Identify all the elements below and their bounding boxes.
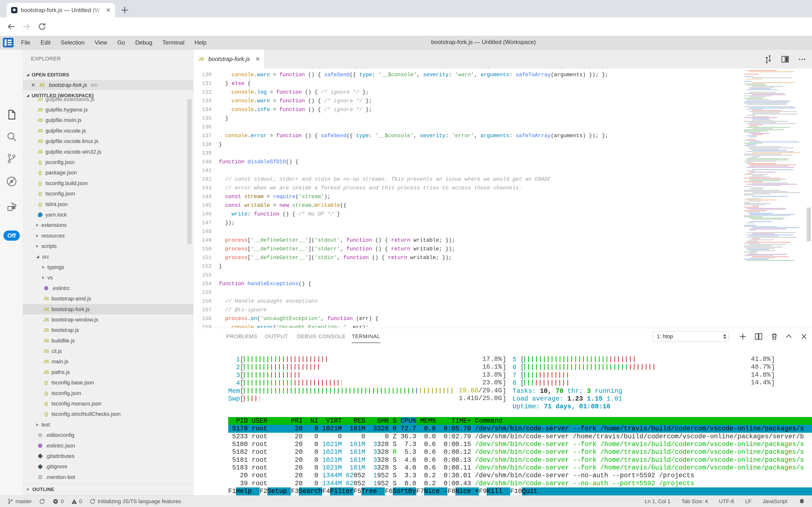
menu-item-file[interactable]: File	[16, 39, 36, 46]
maximize-panel-icon[interactable]	[785, 332, 793, 341]
terminal-htop[interactable]: 1[17.8%]5 [41.8%] 2[16.1%]6 [48.7%] 3[13…	[228, 356, 812, 488]
file-item-gulpfile.hygiene.js[interactable]: JSgulpfile.hygiene.js	[23, 105, 193, 115]
more-actions-icon[interactable]	[798, 55, 806, 64]
panel-tab-problems[interactable]: PROBLEMS	[226, 333, 257, 340]
tab-size[interactable]: Tab Size: 4	[681, 498, 708, 505]
editor-scrollbar[interactable]	[807, 208, 811, 241]
file-item-tslint.json[interactable]: {}tslint.json	[23, 199, 193, 210]
file-item-tsconfig.json[interactable]: {}tsconfig.json	[23, 388, 193, 398]
menu-item-help[interactable]: Help	[190, 39, 211, 46]
explorer-icon[interactable]	[6, 109, 17, 120]
app-logo-icon[interactable]	[3, 38, 13, 47]
htop-table-header[interactable]: PID USER PRI NI VIRT RES SHR S CPU% MEM%…	[228, 417, 812, 425]
file-item-cli.js[interactable]: JScli.js	[23, 346, 193, 356]
code-line-137[interactable]: 137 console.error = function () { safeSe…	[193, 131, 812, 140]
folder-item-scripts[interactable]: scripts	[23, 241, 193, 251]
file-item-gulpfile.vscode.js[interactable]: JSgulpfile.vscode.js	[23, 125, 193, 136]
code-line-151[interactable]: 151 process['__defineGetter__']('stdin',…	[193, 253, 812, 262]
fkey-F8[interactable]: F8	[447, 488, 455, 495]
cursor-position[interactable]: Ln 1, Col 1	[645, 498, 670, 505]
debug-disabled-icon[interactable]	[6, 176, 17, 187]
code-line-130[interactable]: 130 console.warn = function () { safeSen…	[193, 71, 812, 79]
fkey-label[interactable]: Setup	[267, 488, 291, 495]
kill-terminal-icon[interactable]	[770, 332, 778, 341]
errors-item[interactable]: 0	[53, 498, 64, 505]
section-outline[interactable]: OUTLINE	[23, 484, 193, 495]
file-item-.eslintrc.json[interactable]: .eslintrc.json	[23, 441, 193, 451]
htop-process-row[interactable]: 5180 root 20 0 1021M 181M 3328 S 7.3 0.6…	[228, 441, 812, 448]
code-line-141[interactable]: 141	[193, 166, 812, 175]
fkey-label[interactable]: SortBy	[393, 488, 416, 495]
fkey-F10[interactable]: F10	[510, 488, 522, 495]
fkey-label[interactable]: Tree	[361, 488, 385, 495]
fkey-F7[interactable]: F7	[416, 488, 424, 495]
file-item-tsconfig.json[interactable]: {}tsconfig.json	[23, 189, 193, 199]
code-line-138[interactable]: 138}	[193, 140, 812, 149]
folder-item-src[interactable]: src	[23, 251, 193, 262]
panel-tab-debug-console[interactable]: DEBUG CONSOLE	[297, 333, 346, 340]
fkey-label[interactable]: Nice +	[455, 488, 479, 495]
folder-item-extensions[interactable]: extensions	[23, 220, 193, 230]
folder-item-resources[interactable]: resources	[23, 230, 193, 241]
code-line-133[interactable]: 133 console.warn = function () { /* igno…	[193, 97, 812, 106]
code-line-134[interactable]: 134 console.info = function () { /* igno…	[193, 106, 812, 114]
code-line-148[interactable]: 148	[193, 227, 812, 236]
code-line-131[interactable]: 131 } else {	[193, 79, 812, 88]
open-editor-item[interactable]: ✕ JS bootstrap-fork.js src	[23, 80, 193, 90]
menu-item-selection[interactable]: Selection	[56, 39, 90, 46]
menu-item-go[interactable]: Go	[112, 39, 130, 46]
file-item-paths.js[interactable]: JSpaths.js	[23, 367, 193, 377]
code-line-144[interactable]: 144 const stream = require('stream');	[193, 192, 812, 201]
fkey-F3[interactable]: F3	[291, 488, 299, 495]
fkey-F1[interactable]: F1	[228, 488, 236, 495]
fkey-F9[interactable]: F9	[479, 488, 487, 495]
file-item-package.json[interactable]: {}package.json	[23, 168, 193, 178]
forward-icon[interactable]	[22, 22, 31, 31]
code-line-157[interactable]: 157 // @ts-ignore	[193, 306, 812, 315]
menu-item-view[interactable]: View	[90, 39, 112, 46]
fkey-F4[interactable]: F4	[322, 488, 330, 495]
code-line-129[interactable]: 129 console.info = function () { safeSen…	[193, 68, 812, 71]
file-item-bootstrap.js[interactable]: JSbootstrap.js	[23, 325, 193, 336]
file-item-tsconfig.monaco.json[interactable]: {}tsconfig.monaco.json	[23, 398, 193, 409]
terminal-select[interactable]: 1: htop	[653, 331, 729, 342]
code-line-147[interactable]: 147 });	[193, 219, 812, 227]
notifications-bell-icon[interactable]	[799, 498, 805, 505]
code-line-143[interactable]: 143 // error when we are inside a forked…	[193, 184, 812, 192]
file-item-tsconfig.strictNullChecks.json[interactable]: {}tsconfig.strictNullChecks.json	[23, 409, 193, 419]
file-item-tsconfig.base.json[interactable]: {}tsconfig.base.json	[23, 378, 193, 388]
tab-close-icon[interactable]: ✕	[255, 56, 260, 62]
folder-item-test[interactable]: test	[23, 419, 193, 430]
minimap[interactable]	[744, 70, 806, 264]
reload-icon[interactable]	[38, 22, 46, 31]
new-terminal-icon[interactable]	[739, 332, 747, 341]
fkey-F6[interactable]: F6	[385, 488, 392, 495]
fkey-label[interactable]: Nice -	[424, 488, 447, 495]
offline-badge[interactable]: Off	[3, 230, 20, 241]
htop-process-row[interactable]: 5182 root 20 0 1021M 181M 3328 R 5.3 0.6…	[228, 448, 812, 456]
tab-close-icon[interactable]: ✕	[106, 7, 111, 13]
htop-process-row[interactable]: 39 root 20 0 1344M 62052 1952 S 0.0 0.2 …	[228, 480, 812, 488]
folder-item-typings[interactable]: typings	[23, 262, 193, 272]
search-icon[interactable]	[6, 131, 17, 142]
source-control-icon[interactable]	[6, 153, 17, 164]
htop-process-row[interactable]: 5183 root 20 0 1021M 181M 3328 S 4.0 0.6…	[228, 464, 812, 472]
code-editor[interactable]: 129 console.info = function () { safeSen…	[193, 68, 812, 328]
folder-item-vs[interactable]: vs	[23, 273, 193, 283]
code-line-153[interactable]: 153	[193, 271, 812, 280]
code-line-155[interactable]: 155	[193, 288, 812, 297]
code-line-159[interactable]: 159 console.error('Uncaught Exception: '…	[193, 323, 812, 328]
htop-process-row[interactable]: 5233 root 20 0 0 0 0 Z 36.3 0.0 0:02.79 …	[228, 433, 812, 441]
encoding[interactable]: UTF-8	[719, 498, 734, 505]
menu-item-debug[interactable]: Debug	[130, 39, 158, 46]
file-item-.eslintrc[interactable]: .eslintrc	[23, 283, 193, 293]
code-line-154[interactable]: 154function handleExceptions() {	[193, 280, 812, 288]
fkey-label[interactable]: Search	[299, 488, 322, 495]
close-panel-icon[interactable]	[800, 332, 808, 341]
file-item-bootstrap-fork.js[interactable]: JSbootstrap-fork.js	[23, 304, 193, 315]
git-branch-item[interactable]: master	[7, 498, 32, 505]
code-line-132[interactable]: 132 console.log = function () { /* ignor…	[193, 88, 812, 97]
open-changes-icon[interactable]	[764, 55, 772, 64]
file-item-gulpfile.vscode.linux.js[interactable]: JSgulpfile.vscode.linux.js	[23, 136, 193, 147]
htop-process-row[interactable]: 5178 root 20 0 1021M 181M 3328 R 72.7 0.…	[228, 425, 812, 433]
